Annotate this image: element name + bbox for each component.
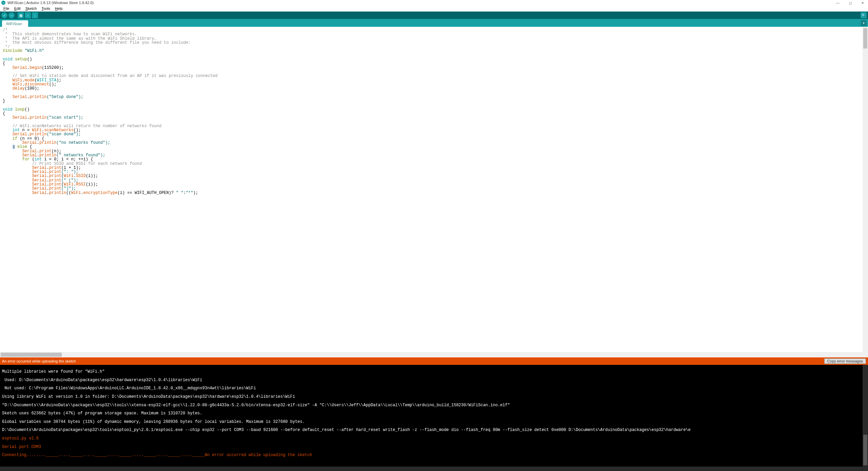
console-vertical-scrollbar[interactable] <box>863 365 868 471</box>
maximize-button[interactable]: ◻ <box>849 1 852 5</box>
menu-tools[interactable]: Tools <box>39 6 52 11</box>
console-line: Using library WiFi at version 1.0 in fol… <box>2 395 866 399</box>
code-content[interactable]: /* * This sketch demonstrates how to sca… <box>0 27 868 196</box>
status-bar: An error occurred while uploading the sk… <box>0 357 868 365</box>
menu-edit[interactable]: Edit <box>12 6 23 11</box>
app-icon: ∞ <box>1 1 5 5</box>
output-console[interactable]: Multiple libraries were found for "WiFi.… <box>0 365 868 471</box>
menu-help[interactable]: Help <box>53 6 65 11</box>
menu-sketch[interactable]: Sketch <box>23 6 39 11</box>
tab-strip: WiFiScan ▾ <box>0 19 868 27</box>
console-error-line: Connecting........_____....._____.....__… <box>2 453 866 457</box>
scrollbar-thumb[interactable] <box>863 28 867 48</box>
window-title: WiFiScan | Arduino 1.8.13 (Windows Store… <box>7 1 94 5</box>
status-message: An error occurred while uploading the sk… <box>2 359 76 363</box>
new-button[interactable]: ▦ <box>18 12 24 18</box>
console-line: Used: D:\Documents\ArduinoData\packages\… <box>2 378 866 382</box>
close-button[interactable]: ✕ <box>861 1 864 5</box>
verify-button[interactable]: ✓ <box>1 12 7 18</box>
tab-wifiscan[interactable]: WiFiScan <box>2 20 28 27</box>
scrollbar-thumb[interactable] <box>1 353 62 357</box>
window-title-bar: ∞ WiFiScan | Arduino 1.8.13 (Windows Sto… <box>0 0 868 5</box>
console-error-line: Serial port COM3 <box>2 445 866 449</box>
tab-menu-button[interactable]: ▾ <box>861 20 867 26</box>
console-horizontal-scrollbar[interactable] <box>0 467 863 471</box>
upload-button[interactable]: → <box>8 12 15 18</box>
console-line: D:\Documents\ArduinoData\packages\esp32\… <box>2 428 866 432</box>
console-line: Multiple libraries were found for "WiFi.… <box>2 370 866 374</box>
menu-file[interactable]: File <box>1 6 12 11</box>
scrollbar-thumb[interactable] <box>863 435 867 465</box>
console-line: Sketch uses 623662 bytes (47%) of progra… <box>2 411 866 415</box>
editor-vertical-scrollbar[interactable] <box>863 27 868 357</box>
console-error-line: esptool.py v2.6 <box>2 436 866 440</box>
menu-bar: File Edit Sketch Tools Help <box>0 5 868 12</box>
copy-error-button[interactable]: Copy error messages <box>824 358 866 364</box>
open-button[interactable]: ↑ <box>25 12 31 18</box>
toolbar: ✓ → ▦ ↑ ↓ 🔍 <box>0 12 868 19</box>
console-line: "D:\\Documents\\ArduinoData\\packages\\e… <box>2 403 866 407</box>
minimize-button[interactable]: — <box>836 1 840 5</box>
console-line: Not used: C:\Program Files\WindowsApps\A… <box>2 386 866 390</box>
editor-horizontal-scrollbar[interactable] <box>0 352 863 357</box>
console-line: Global variables use 38744 bytes (11%) o… <box>2 420 866 424</box>
serial-monitor-button[interactable]: 🔍 <box>861 12 867 18</box>
save-button[interactable]: ↓ <box>32 12 38 18</box>
code-editor[interactable]: /* * This sketch demonstrates how to sca… <box>0 27 868 357</box>
